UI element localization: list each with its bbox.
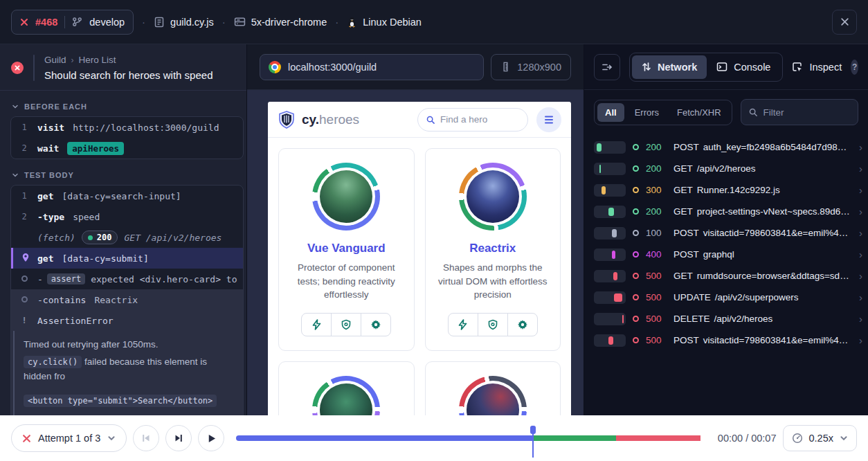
request-url: POSTvisitactid=798603841&e=emil%40cypr… — [673, 228, 851, 238]
alias-badge[interactable]: apiHeroes — [67, 142, 124, 155]
request-row[interactable]: 400 POSTgraphql › — [594, 244, 862, 265]
section-before-each[interactable]: BEFORE EACH — [0, 96, 246, 116]
command-row[interactable]: 1 visit http://localhost:3000/guild — [11, 117, 243, 138]
request-row[interactable]: 500 UPDATE/api/v2/superpowers › — [594, 287, 862, 308]
tab-console[interactable]: Console — [707, 55, 780, 79]
section-test-body[interactable]: TEST BODY — [0, 165, 246, 184]
gear-icon-button[interactable] — [507, 313, 538, 336]
request-row[interactable]: 100 POSTvisitactid=798603841&e=emil%40cy… — [594, 222, 862, 244]
request-timeline — [594, 270, 626, 282]
line-number: 1 — [11, 191, 37, 201]
speed-label: 0.25x — [809, 433, 833, 444]
hero-card[interactable] — [278, 361, 415, 415]
request-row[interactable]: 500 POSTvisitactid=798603841&e=emil%40cy… — [594, 329, 862, 351]
chevron-right-icon: › — [859, 248, 862, 260]
viewport-size-chip[interactable]: 1280x900 — [491, 54, 571, 80]
playback-speed-selector[interactable]: 0.25x — [783, 425, 857, 451]
machine-icon — [234, 16, 246, 28]
test-header: Guild › Hero List Should search for hero… — [0, 44, 246, 91]
spec-file-label: guild.cy.js — [170, 17, 214, 28]
hero-card[interactable] — [425, 361, 561, 415]
request-row[interactable]: 200 GETproject-settings-vNext~specs.89d6… — [594, 201, 862, 222]
request-row[interactable]: 500 GETrumddsource=browser&ddtags=sdk_ve… — [594, 265, 862, 287]
console-icon — [716, 62, 727, 72]
request-timeline — [594, 227, 626, 239]
avatar-ring — [459, 163, 527, 230]
shield-check-icon-button[interactable] — [478, 313, 508, 336]
search-icon — [426, 115, 435, 125]
chevron-right-icon: › — [859, 313, 862, 325]
speed-gauge-icon — [792, 433, 803, 444]
skip-to-next-button[interactable] — [165, 425, 192, 451]
status-code: 500 — [646, 271, 667, 281]
status-ring-icon — [633, 251, 639, 257]
chevron-down-icon — [12, 172, 19, 179]
command-row[interactable]: 2 -type speed — [11, 206, 243, 227]
request-row[interactable]: 300 GETRunner.142c9292.js › — [594, 179, 862, 201]
command-name: -contains — [37, 295, 86, 305]
request-row[interactable]: 200 GET/api/v2/heroes › — [594, 158, 862, 179]
run-pill[interactable]: #468 develop — [11, 10, 134, 35]
status-ring-icon — [633, 230, 639, 236]
git-branch-icon — [72, 17, 82, 27]
avatar-ring — [459, 376, 527, 415]
contains-row[interactable]: -contains Reactrix — [11, 289, 243, 310]
request-url: GETrumddsource=browser&ddtags=sdk_versi… — [673, 271, 851, 281]
hero-search-input[interactable] — [440, 114, 519, 125]
url-bar[interactable] — [260, 54, 484, 80]
filter-fetch-xhr[interactable]: Fetch/XHR — [669, 103, 729, 122]
play-button[interactable] — [198, 425, 224, 451]
hero-search-box[interactable] — [417, 108, 528, 132]
section-label: BEFORE EACH — [24, 102, 87, 111]
status-code: 100 — [646, 228, 667, 238]
attempt-selector[interactable]: Attempt 1 of 3 — [11, 424, 127, 452]
gear-icon-button[interactable] — [361, 313, 391, 336]
assertion-error-row[interactable]: ! AssertionError — [11, 310, 243, 331]
close-button[interactable] — [832, 10, 857, 35]
playhead-handle[interactable] — [532, 426, 534, 458]
separator-dot: · — [222, 16, 226, 28]
failed-x-icon — [22, 434, 31, 443]
bolt-icon-button[interactable] — [301, 313, 332, 336]
command-args: http://localhost:3000/guild — [73, 123, 219, 133]
timeline-failed-segment — [616, 435, 700, 441]
divider — [64, 16, 65, 28]
url-input[interactable] — [288, 62, 475, 73]
request-row[interactable]: 200 POSTauth_key=fb2498a6b5484d7d98c51f9… — [594, 136, 862, 158]
menu-button[interactable] — [536, 107, 561, 132]
shield-check-icon-button[interactable] — [331, 313, 361, 336]
spec-file-icon — [154, 17, 165, 28]
filter-input[interactable] — [763, 107, 850, 118]
filter-errors[interactable]: Errors — [627, 103, 667, 122]
collapse-panel-button[interactable] — [594, 54, 620, 80]
command-row[interactable]: 2 wait apiHeroes — [11, 138, 243, 159]
chevron-right-icon: › — [859, 184, 862, 196]
chevron-right-icon: › — [859, 291, 862, 303]
code-chip: <button type="submit">Search</button> — [24, 395, 217, 407]
timeline-scrubber[interactable] — [236, 435, 700, 441]
line-number: 2 — [11, 212, 37, 222]
network-event-row[interactable]: (fetch) 200 GET /api/v2/heroes — [11, 227, 243, 248]
run-group-label: 5x-driver-chrome — [251, 17, 327, 28]
spec-file[interactable]: guild.cy.js — [154, 17, 214, 28]
request-url: POSTgraphql — [673, 249, 851, 260]
pinned-command-row[interactable]: get [data-cy=submit] — [11, 248, 243, 269]
filter-search-box[interactable] — [741, 99, 858, 125]
hero-card-vue-vanguard[interactable]: Vue Vanguard Protector of component test… — [278, 148, 415, 351]
skip-to-start-button[interactable] — [133, 425, 159, 451]
request-url: UPDATE/api/v2/superpowers — [673, 292, 851, 302]
help-button[interactable]: ? — [851, 60, 858, 75]
hero-app-logo[interactable]: cy.heroes — [278, 110, 359, 129]
bolt-icon-button[interactable] — [448, 313, 478, 336]
tab-network[interactable]: Network — [632, 55, 707, 79]
run-group[interactable]: 5x-driver-chrome — [234, 16, 327, 28]
inspect-button[interactable]: Inspect — [792, 62, 842, 73]
assert-row[interactable]: - assert expected <div.hero-card> to — [11, 269, 243, 289]
os-item[interactable]: Linux Debian — [347, 17, 422, 28]
filter-all[interactable]: All — [597, 103, 624, 122]
command-row[interactable]: 1 get [data-cy=search-input] — [11, 186, 243, 206]
command-log: BEFORE EACH 1 visit http://localhost:300… — [0, 91, 246, 415]
request-row[interactable]: 500 DELETE/api/v2/heroes › — [594, 308, 862, 329]
hero-card-reactrix[interactable]: Reactrix Shapes and morphs the virtual D… — [425, 148, 561, 351]
timeline-success-segment — [533, 435, 617, 441]
